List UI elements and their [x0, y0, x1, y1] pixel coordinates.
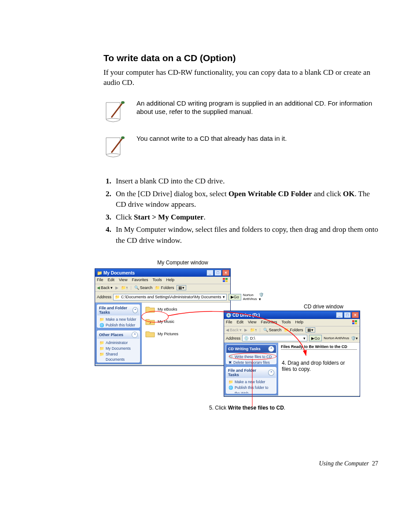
back-button[interactable]: ◀Back ▾ [226, 328, 242, 332]
file-folder-tasks-box: File and Folder Tasks⌃ 📁Make a new folde… [226, 367, 276, 394]
section-header: Files Ready to Be Written to the CD [281, 344, 357, 350]
minimize-button[interactable]: _ [336, 312, 343, 318]
svg-rect-11 [352, 322, 354, 324]
svg-rect-10 [355, 320, 357, 322]
caption-my-computer: My Computer window [147, 260, 218, 266]
step-1: Insert a blank CD into the CD drive. [113, 176, 378, 187]
step-4: In My Computer window, select files and … [113, 224, 378, 246]
svg-point-1 [121, 101, 125, 104]
menu-bar: File Edit View Favorites Tools Help [224, 319, 360, 326]
menu-favorites[interactable]: Favorites [261, 320, 277, 325]
up-button[interactable]: 📁↑ [121, 286, 128, 290]
svg-rect-6 [223, 280, 225, 282]
menu-bar: File Edit View Favorites Tools Help [95, 277, 230, 284]
close-button[interactable]: × [352, 312, 359, 318]
collapse-icon[interactable]: ⌃ [268, 346, 274, 352]
other-places-box: Other Places⌃ 📁Administrator 📁My Documen… [97, 330, 140, 363]
side-panel: File and Folder Tasks⌃ 📁Make a new folde… [95, 303, 142, 364]
caption-cd-drive: CD drive window [288, 304, 359, 310]
search-button[interactable]: 🔍Search [263, 328, 282, 332]
minimize-button[interactable]: _ [206, 270, 214, 276]
folders-button[interactable]: 📁Folders [155, 286, 174, 290]
toolbar: ◀Back ▾ ▶ 📁↑ | 🔍Search 📁Folders ▦▾ [224, 326, 360, 334]
folder-icon: 📁 [97, 271, 102, 275]
screenshot-area: My Computer window 📁 My Documents _ □ × … [95, 260, 368, 422]
note-text-1: An additional CD writing program is supp… [136, 99, 378, 116]
go-button[interactable]: ▶ Go [309, 335, 322, 341]
collapse-icon[interactable]: ⌃ [133, 307, 138, 313]
annotation-step5: 5. Click Write these files to CD. [209, 405, 285, 411]
menu-tools[interactable]: Tools [281, 320, 291, 325]
views-button[interactable]: ▦▾ [306, 327, 315, 333]
window-title: My Documents [103, 271, 135, 275]
go-button[interactable]: ▶ Go [228, 294, 241, 300]
menu-view[interactable]: View [119, 278, 127, 283]
maximize-button[interactable]: □ [344, 312, 351, 318]
menu-edit[interactable]: Edit [237, 320, 244, 325]
address-field[interactable]: 📁C:\Documents and Settings\Administrator… [113, 294, 227, 300]
menu-edit[interactable]: Edit [108, 278, 115, 283]
note-icon [103, 134, 125, 158]
address-bar: Address 💿D:\▾ ▶ Go Norton AntiVirus 🛡️▾ [224, 334, 360, 343]
norton-icon[interactable]: 🛡️▾ [351, 336, 358, 341]
menu-file[interactable]: File [97, 278, 103, 283]
forward-button[interactable]: ▶ [115, 286, 118, 290]
step-3: Click Start > My Computer. [113, 212, 378, 223]
selection-ring [229, 353, 276, 360]
collapse-icon[interactable]: ⌃ [132, 332, 138, 338]
delete-temp-link[interactable]: ✖Delete temporary files [228, 360, 274, 364]
menu-favorites[interactable]: Favorites [132, 278, 148, 283]
svg-rect-7 [225, 280, 228, 282]
menu-tools[interactable]: Tools [152, 278, 162, 283]
svg-point-3 [121, 136, 125, 139]
note-text-2: You cannot write to a CD that already ha… [136, 134, 287, 143]
note-icon [103, 99, 125, 123]
views-button[interactable]: ▦▾ [177, 285, 186, 290]
annotation-drag-drop: 4. Drag and drop folders or files to cop… [282, 360, 352, 372]
svg-rect-12 [355, 322, 357, 324]
page-footer: Using the Computer 27 [319, 460, 378, 467]
file-folder-tasks-box: File and Folder Tasks⌃ 📁Make a new folde… [97, 304, 140, 328]
up-button[interactable]: 📁↑ [250, 328, 257, 332]
selection-ring [141, 311, 169, 322]
windows-logo-icon [222, 278, 228, 283]
side-panel: CD Writing Tasks⌃ 💿Write these files to … [224, 343, 278, 395]
cd-icon: 💿 [226, 313, 231, 318]
address-field[interactable]: 💿D:\▾ [242, 335, 307, 341]
folder-icon [145, 330, 155, 338]
menu-view[interactable]: View [248, 320, 256, 325]
task-link[interactable]: 🌐Publish this folder to the Web [99, 322, 137, 328]
address-label: Address [97, 295, 111, 299]
folder-item[interactable]: My Pictures [145, 330, 227, 338]
menu-help[interactable]: Help [295, 320, 303, 325]
address-label: Address [226, 336, 240, 341]
maximize-button[interactable]: □ [214, 270, 221, 276]
collapse-icon[interactable]: ⌃ [268, 370, 274, 376]
address-bar: Address 📁C:\Documents and Settings\Admin… [95, 292, 230, 303]
svg-rect-9 [352, 320, 354, 322]
folders-button[interactable]: 📁Folders [284, 328, 303, 332]
norton-icon[interactable]: 🛡️▾ [259, 293, 264, 301]
back-button[interactable]: ◀Back ▾ [97, 286, 113, 290]
norton-label: Norton AntiVirus [324, 336, 349, 340]
svg-rect-4 [223, 278, 225, 280]
task-link[interactable]: 📁My Documents [99, 346, 137, 352]
steps-list: Insert a blank CD into the CD drive. On … [103, 176, 378, 246]
toolbar: ◀Back ▾ ▶ 📁↑ | 🔍Search 📁Folders ▦▾ [95, 284, 230, 292]
task-link[interactable]: 📁Shared Documents [99, 352, 137, 363]
task-link[interactable]: 📁Administrator [99, 340, 137, 346]
task-link[interactable]: 📁Make a new folder [99, 317, 137, 322]
forward-button[interactable]: ▶ [244, 328, 247, 332]
windows-logo-icon [352, 320, 358, 325]
menu-help[interactable]: Help [166, 278, 174, 283]
close-button[interactable]: × [222, 270, 229, 276]
window-title: CD Drive (D:) [232, 313, 260, 318]
menu-file[interactable]: File [226, 320, 232, 325]
section-heading: To write data on a CD (Option) [103, 53, 378, 63]
svg-rect-5 [225, 278, 228, 280]
intro-paragraph: If your computer has CD-RW functionality… [103, 68, 378, 88]
step-2: On the [CD Drive] dialog box, select Ope… [113, 189, 378, 210]
task-link[interactable]: 📁Make a new folder [228, 379, 274, 385]
search-button[interactable]: 🔍Search [134, 286, 153, 290]
task-link[interactable]: 🌐Publish this folder to the Web [228, 385, 274, 394]
